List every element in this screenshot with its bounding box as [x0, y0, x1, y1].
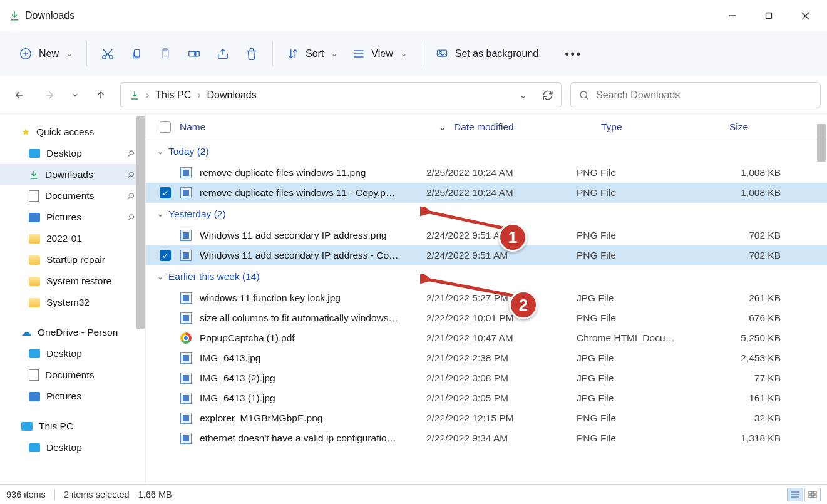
sidebar-documents[interactable]: Documents⚲ — [0, 185, 145, 207]
file-row[interactable]: IMG_6413 (1).jpg2/21/2022 3:05 PMJPG Fil… — [146, 388, 827, 408]
sidebar-od-pictures[interactable]: Pictures — [0, 386, 145, 407]
annotation-bubble-2: 2 — [509, 291, 538, 319]
chevron-down-icon: ⌄ — [331, 49, 337, 58]
file-row[interactable]: explorer_M1GBrMGbpE.png2/22/2022 12:15 P… — [146, 408, 827, 428]
separator — [272, 41, 273, 66]
svg-point-14 — [580, 91, 587, 98]
paste-button[interactable] — [152, 41, 178, 67]
downloads-icon — [9, 10, 20, 21]
sidebar-quick-access[interactable]: ★Quick access — [0, 121, 145, 143]
breadcrumb-root[interactable]: This PC — [155, 90, 191, 101]
group-yesterday[interactable]: ⌄Yesterday (2) — [146, 203, 827, 225]
details-view-button[interactable] — [787, 488, 803, 501]
up-button[interactable] — [90, 85, 111, 106]
view-button[interactable]: View ⌄ — [346, 41, 413, 67]
delete-button[interactable] — [239, 41, 265, 67]
copy-button[interactable] — [123, 41, 150, 67]
downloads-icon — [130, 90, 140, 100]
cut-button[interactable] — [95, 41, 121, 67]
sidebar-onedrive[interactable]: ☁OneDrive - Person — [0, 322, 145, 343]
file-row[interactable]: PopupCaptcha (1).pdf2/21/2022 10:47 AMCh… — [146, 328, 827, 348]
col-type[interactable]: Type — [601, 121, 729, 133]
chrome-icon — [180, 332, 192, 344]
pin-icon: ⚲ — [125, 212, 136, 223]
sidebar-2022[interactable]: 2022-01 — [0, 228, 145, 249]
file-row[interactable]: size all columns to fit automatically wi… — [146, 308, 827, 328]
sidebar-pictures[interactable]: Pictures⚲ — [0, 207, 145, 228]
breadcrumb-sep: › — [197, 90, 200, 101]
col-size[interactable]: Size — [729, 121, 811, 133]
separator — [86, 41, 87, 66]
sidebar-desktop[interactable]: Desktop⚲ — [0, 143, 145, 164]
thumbnails-view-button[interactable] — [804, 488, 821, 501]
status-size: 1.66 MB — [138, 490, 172, 500]
pin-icon: ⚲ — [125, 148, 136, 159]
file-row[interactable]: Windows 11 add secondary IP address.png2… — [146, 225, 827, 245]
svg-rect-20 — [809, 491, 812, 494]
content: ★Quick access Desktop⚲ Downloads⚲ Docume… — [0, 114, 827, 484]
sort-button[interactable]: Sort ⌄ — [280, 41, 344, 67]
file-row[interactable]: ✓remove duplicate files windows 11 - Cop… — [146, 183, 827, 203]
chevron-down-icon: ⌄ — [66, 49, 73, 58]
chevron-down-icon: ⌄ — [401, 49, 407, 58]
col-date[interactable]: Date modified — [454, 121, 601, 133]
sidebar-restore[interactable]: System restore — [0, 270, 145, 292]
refresh-button[interactable] — [542, 90, 553, 101]
row-checkbox[interactable]: ✓ — [160, 187, 171, 198]
address-bar[interactable]: › This PC › Downloads ⌄ — [120, 82, 562, 108]
more-button[interactable]: ••• — [558, 41, 588, 67]
breadcrumb-sep: › — [146, 90, 149, 101]
sidebar-this-pc[interactable]: This PC — [0, 416, 145, 437]
search-input[interactable] — [596, 90, 813, 101]
svg-rect-1 — [766, 13, 772, 19]
file-row[interactable]: windows 11 function key lock.jpg2/21/202… — [146, 288, 827, 308]
window-title: Downloads — [25, 10, 74, 21]
rename-button[interactable] — [181, 41, 207, 67]
file-row[interactable]: IMG_6413 (2).jpg2/21/2022 3:08 PMJPG Fil… — [146, 368, 827, 388]
file-pane: Name⌄ Date modified Type Size ⌄Today (2)… — [145, 114, 827, 484]
titlebar: Downloads — [0, 0, 827, 31]
sidebar-od-documents[interactable]: Documents — [0, 364, 145, 386]
new-button[interactable]: New ⌄ — [13, 41, 79, 67]
sidebar-downloads[interactable]: Downloads⚲ — [0, 164, 145, 185]
forward-button[interactable] — [39, 85, 60, 106]
breadcrumb-current[interactable]: Downloads — [207, 90, 257, 101]
sidebar-sys32[interactable]: System32 — [0, 292, 145, 313]
sidebar[interactable]: ★Quick access Desktop⚲ Downloads⚲ Docume… — [0, 114, 145, 484]
sort-label: Sort — [306, 48, 324, 59]
minimize-button[interactable] — [714, 3, 751, 28]
close-button[interactable] — [787, 3, 823, 28]
svg-rect-7 — [135, 49, 140, 57]
chevron-down-icon[interactable]: ⌄ — [519, 89, 527, 101]
sidebar-pc-desktop[interactable]: Desktop — [0, 437, 145, 458]
recent-button[interactable] — [69, 85, 81, 106]
file-row[interactable]: ✓Windows 11 add secondary IP address - C… — [146, 245, 827, 265]
group-today[interactable]: ⌄Today (2) — [146, 140, 827, 163]
toolbar: New ⌄ Sort ⌄ View ⌄ Set as background ••… — [0, 31, 827, 76]
col-name[interactable]: Name⌄ — [180, 121, 454, 133]
back-button[interactable] — [9, 85, 30, 106]
sort-indicator: ⌄ — [438, 121, 446, 133]
group-earlier[interactable]: ⌄Earlier this week (14) — [146, 265, 827, 288]
search-box[interactable] — [570, 82, 821, 108]
annotation-bubble-1: 1 — [498, 223, 527, 252]
sidebar-od-desktop[interactable]: Desktop — [0, 343, 145, 364]
address-row: › This PC › Downloads ⌄ — [0, 76, 827, 114]
column-headers: Name⌄ Date modified Type Size — [146, 114, 827, 140]
view-label: View — [371, 48, 393, 59]
svg-point-6 — [110, 56, 113, 59]
background-label: Set as background — [455, 48, 538, 59]
select-all-checkbox[interactable] — [160, 121, 171, 133]
share-button[interactable] — [210, 41, 236, 67]
file-row[interactable]: remove duplicate files windows 11.png2/2… — [146, 163, 827, 183]
maximize-button[interactable] — [751, 3, 787, 28]
svg-rect-21 — [813, 491, 816, 494]
row-checkbox[interactable]: ✓ — [160, 250, 171, 261]
sidebar-startup[interactable]: Startup repair — [0, 249, 145, 270]
file-scrollbar[interactable] — [817, 124, 826, 162]
file-row[interactable]: IMG_6413.jpg2/21/2022 2:38 PMJPG File2,4… — [146, 348, 827, 368]
file-row[interactable]: ethernet doesn't have a valid ip configu… — [146, 428, 827, 448]
sidebar-scrollbar[interactable] — [136, 116, 145, 329]
background-button[interactable]: Set as background — [429, 41, 545, 67]
separator — [421, 41, 421, 66]
